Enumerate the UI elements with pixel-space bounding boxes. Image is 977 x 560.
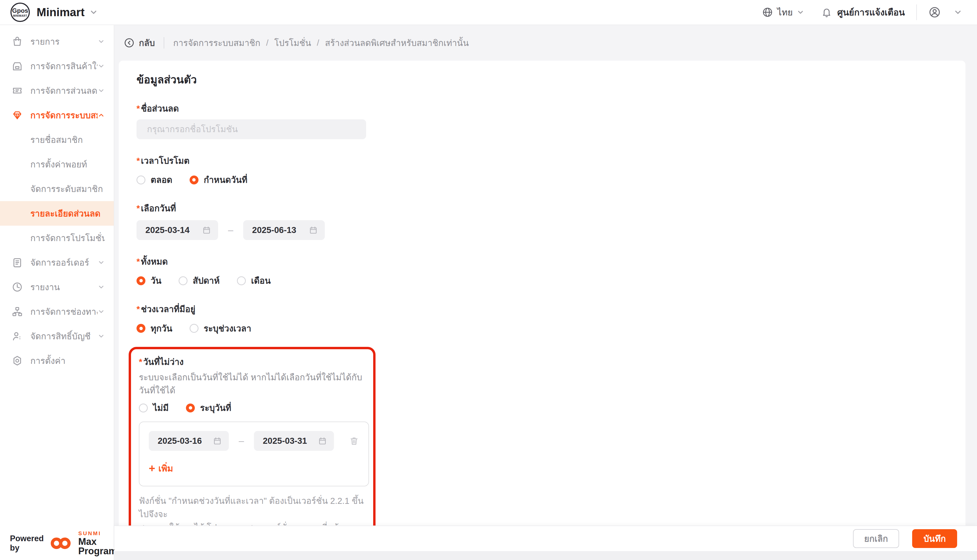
cancel-button[interactable]: ยกเลิก: [853, 529, 899, 548]
sidebar-item-discount-details[interactable]: รายละเอียดส่วนลด: [0, 201, 114, 226]
powered-by-label: Powered by: [10, 534, 43, 553]
start-date-value: 2025-03-14: [146, 225, 202, 235]
chevron-down-icon: [97, 259, 105, 266]
sidebar-item-member-level[interactable]: จัดการระดับสมาชิก: [0, 177, 114, 201]
field-select-date: *เลือกวันที่ 2025-03-14 – 2025-06-13: [137, 202, 965, 240]
unavailable-date-label: *วันที่ไม่ว่าง: [139, 355, 365, 368]
top-header: Gpos MINIMART Minimart ไทย ศูนย์การแจ้: [0, 0, 977, 25]
sidebar-item-member-list[interactable]: รายชื่อสมาชิก: [0, 127, 114, 152]
radio-circle-checked-icon: [137, 324, 146, 333]
max-program-wordmark: Max Program: [78, 537, 117, 556]
chevron-down-icon[interactable]: [89, 8, 98, 17]
chevron-down-icon[interactable]: [954, 8, 962, 17]
radio-promo-forever[interactable]: ตลอด: [137, 173, 172, 187]
end-date-picker[interactable]: 2025-06-13: [243, 220, 325, 240]
bell-icon: [821, 7, 832, 18]
sidebar-item-promotion-management[interactable]: การจัดการโปรโมชั่น: [0, 226, 114, 250]
notification-center[interactable]: ศูนย์การแจ้งเตือน: [821, 5, 905, 19]
breadcrumb-item-current: สร้างส่วนลดพิเศษสำหรับสมาชิกเท่านั้น: [325, 36, 469, 50]
required-asterisk: *: [137, 257, 140, 267]
form-card: ข้อมูลส่วนตัว *ชื่อส่วนลด *เวลาโปรโมต ตล…: [119, 61, 965, 560]
radio-promo-fixed-date[interactable]: กำหนดวันที่: [190, 173, 248, 187]
sidebar-item-channel-management[interactable]: การจัดการช่องทาง Gr...: [0, 299, 114, 324]
radio-unit-month[interactable]: เดือน: [237, 274, 271, 288]
radio-specify-date[interactable]: ระบุวันที่: [186, 401, 231, 415]
unavailable-end-date-value: 2025-03-31: [263, 436, 318, 446]
header-divider: [916, 5, 917, 20]
breadcrumb-separator: /: [317, 38, 319, 48]
unavailable-start-date-picker[interactable]: 2025-03-16: [149, 431, 229, 451]
start-date-picker[interactable]: 2025-03-14: [137, 220, 218, 240]
language-switcher[interactable]: ไทย: [762, 5, 804, 19]
sidebar-item-point-settings[interactable]: การตั้งค่าพอยท์: [0, 152, 114, 177]
store-name: Minimart: [37, 6, 84, 19]
coupon-icon: [12, 85, 23, 97]
unavailable-date-range-box: 2025-03-16 – 2025-03-31: [139, 422, 369, 486]
required-asterisk: *: [137, 104, 140, 113]
radio-specify-period[interactable]: ระบุช่วงเวลา: [190, 322, 251, 335]
logo-text-top: Gpos: [12, 8, 28, 14]
logo-text-bottom: MINIMART: [13, 15, 27, 17]
sidebar-item-orders-list[interactable]: รายการ: [0, 29, 114, 54]
calendar-icon: [318, 436, 327, 446]
chevron-down-icon: [796, 8, 805, 16]
radio-unit-week[interactable]: สัปดาห์: [179, 274, 220, 288]
field-all-unit: *ทั้งหมด วัน สัปดาห์ เดือน: [137, 255, 965, 288]
radio-everyday[interactable]: ทุกวัน: [137, 322, 172, 335]
breadcrumb-item-promotion[interactable]: โปรโมชั่น: [274, 36, 311, 50]
breadcrumb-divider: [164, 37, 164, 48]
required-asterisk: *: [137, 203, 140, 213]
back-circle-icon: [124, 37, 135, 48]
plus-icon: +: [149, 463, 156, 474]
form-title: ข้อมูลส่วนตัว: [137, 71, 965, 88]
sidebar-item-account-permissions[interactable]: จัดการสิทธิ์บัญชี: [0, 324, 114, 348]
chevron-down-icon: [97, 87, 105, 94]
discount-name-input[interactable]: [137, 119, 366, 139]
page: Gpos MINIMART Minimart ไทย ศูนย์การแจ้: [0, 0, 977, 560]
sidebar-item-reports[interactable]: รายงาน: [0, 275, 114, 299]
radio-circle-icon: [190, 324, 199, 333]
sidebar: รายการ การจัดการสินค้าในสต๊... การจัดการ…: [0, 25, 114, 560]
sidebar-item-settings[interactable]: การตั้งค่า: [0, 348, 114, 373]
notification-label: ศูนย์การแจ้งเตือน: [837, 5, 905, 19]
radio-circle-icon: [137, 175, 146, 184]
add-date-range-button[interactable]: + เพิ่ม: [149, 461, 359, 475]
radio-circle-icon: [237, 276, 246, 285]
sidebar-item-order-management[interactable]: จัดการออร์เดอร์: [0, 250, 114, 275]
unavailable-date-helper: ระบบจะเลือกเป็นวันที่ใช้ไม่ได้ หากไม่ได้…: [139, 371, 365, 397]
unavailable-end-date-picker[interactable]: 2025-03-31: [254, 431, 334, 451]
clipboard-icon: [12, 257, 23, 268]
gear-icon: [12, 355, 23, 367]
radio-circle-checked-icon: [186, 403, 195, 412]
sunmi-wordmark: SUNMI: [78, 530, 117, 536]
sidebar-item-discount-management[interactable]: การจัดการส่วนลด: [0, 78, 114, 103]
all-unit-label: *ทั้งหมด: [137, 255, 965, 268]
bottom-strip: [114, 551, 977, 560]
save-button[interactable]: บันทึก: [912, 529, 957, 548]
radio-unit-day[interactable]: วัน: [137, 274, 161, 288]
calendar-icon: [212, 436, 222, 446]
user-avatar[interactable]: [928, 6, 941, 18]
back-button[interactable]: กลับ: [124, 36, 155, 50]
store-icon: [12, 60, 23, 72]
required-asterisk: *: [139, 357, 142, 367]
breadcrumb-item-membership[interactable]: การจัดการระบบสมาชิก: [173, 36, 260, 50]
promo-time-label: *เวลาโปรโมต: [137, 154, 965, 167]
delete-row-trash-icon[interactable]: [349, 436, 359, 446]
required-asterisk: *: [137, 304, 140, 314]
vip-gem-icon: [12, 110, 23, 121]
powered-by: Powered by SUNMI Max Program: [10, 530, 117, 556]
date-range-dash: –: [228, 225, 233, 236]
chevron-down-icon: [97, 62, 105, 70]
sidebar-item-membership-system[interactable]: การจัดการระบบสมาชิก: [0, 103, 114, 127]
chevron-up-icon: [97, 112, 105, 119]
end-date-value: 2025-06-13: [252, 225, 309, 235]
sidebar-item-stock-management[interactable]: การจัดการสินค้าในสต๊...: [0, 54, 114, 78]
calendar-icon: [309, 225, 318, 235]
field-promo-time: *เวลาโปรโมต ตลอด กำหนดวันที่: [137, 154, 965, 187]
chevron-down-icon: [97, 308, 105, 315]
back-label: กลับ: [139, 36, 155, 50]
radio-none[interactable]: ไม่มี: [139, 401, 169, 415]
breadcrumb: กลับ การจัดการระบบสมาชิก / โปรโมชั่น / ส…: [114, 25, 977, 61]
shopping-bag-icon: [12, 36, 23, 47]
